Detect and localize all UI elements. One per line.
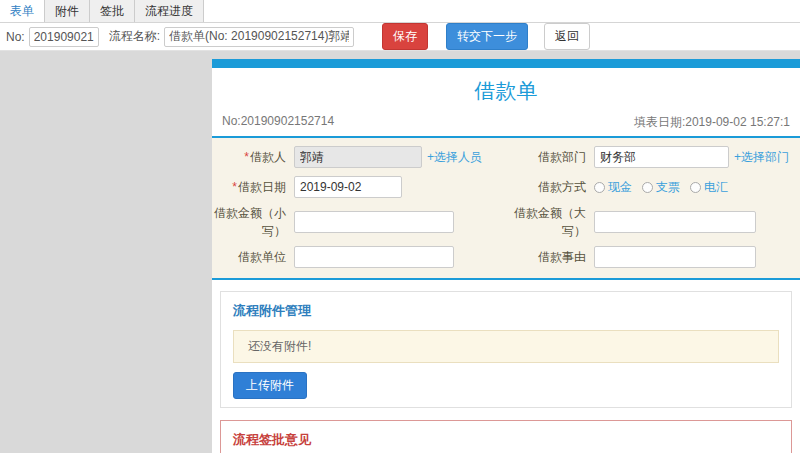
amount-upper-input[interactable] — [594, 211, 756, 233]
borrow-dept-label: 借款部门 — [500, 142, 586, 172]
borrower-field: +选择人员 — [286, 142, 500, 172]
tab-approvals[interactable]: 签批 — [90, 0, 135, 22]
no-input[interactable] — [29, 27, 99, 47]
borrow-date-input[interactable] — [294, 176, 402, 198]
borrow-method-label: 借款方式 — [500, 172, 586, 202]
toolbar: No: 流程名称: 保存 转交下一步 返回 — [0, 23, 800, 51]
borrow-reason-label: 借款事由 — [500, 242, 586, 272]
borrower-label: *借款人 — [212, 142, 286, 172]
radio-circle-icon[interactable] — [642, 182, 653, 193]
form-subheader: No:20190902152714 填表日期:2019-09-02 15:27:… — [212, 112, 800, 138]
amount-upper-field — [586, 202, 800, 242]
tab-bar: 表单 附件 签批 流程进度 — [0, 0, 800, 23]
radio-wire[interactable]: 电汇 — [690, 179, 728, 196]
amount-lower-field — [286, 202, 500, 242]
flow-name-input[interactable] — [164, 27, 354, 47]
select-person-link[interactable]: +选择人员 — [427, 149, 482, 166]
borrow-reason-input[interactable] — [594, 246, 756, 268]
forward-next-step-button[interactable]: 转交下一步 — [446, 23, 528, 50]
borrow-method-field: 现金 支票 电汇 — [586, 172, 800, 202]
borrower-input[interactable] — [294, 146, 422, 168]
form-title: 借款单 — [212, 68, 800, 112]
approval-heading: 流程签批意见 — [233, 431, 779, 449]
tab-form[interactable]: 表单 — [0, 0, 45, 22]
borrow-unit-input[interactable] — [294, 246, 454, 268]
attachments-section: 流程附件管理 还没有附件! 上传附件 — [220, 291, 792, 408]
no-attachments-alert: 还没有附件! — [233, 330, 779, 363]
borrow-unit-field — [286, 242, 500, 272]
back-button[interactable]: 返回 — [544, 23, 590, 50]
no-label: No: — [6, 30, 25, 44]
tab-attachments[interactable]: 附件 — [45, 0, 90, 22]
form-no-text: No:20190902152714 — [222, 114, 334, 131]
borrow-date-label: *借款日期 — [212, 172, 286, 202]
flow-name-label: 流程名称: — [109, 28, 160, 45]
borrow-dept-field: +选择部门 — [586, 142, 800, 172]
required-marker: * — [244, 150, 249, 164]
tab-progress[interactable]: 流程进度 — [135, 0, 204, 22]
borrow-reason-field — [586, 242, 800, 272]
attachments-heading: 流程附件管理 — [233, 302, 779, 320]
borrow-unit-label: 借款单位 — [212, 242, 286, 272]
amount-lower-input[interactable] — [294, 211, 454, 233]
approval-section: 流程签批意见 B I abc A — [220, 420, 792, 453]
borrow-dept-input[interactable] — [594, 146, 729, 168]
amount-upper-label: 借款金额（大写） — [500, 202, 586, 242]
radio-cash[interactable]: 现金 — [594, 179, 632, 196]
radio-circle-icon[interactable] — [690, 182, 701, 193]
loan-form-grid: *借款人 +选择人员 借款部门 +选择部门 *借款日期 借款方式 — [212, 138, 800, 280]
panel-top-accent-bar — [212, 59, 800, 68]
fill-date-text: 填表日期:2019-09-02 15:27:1 — [634, 114, 790, 131]
radio-cheque[interactable]: 支票 — [642, 179, 680, 196]
form-panel: 借款单 No:20190902152714 填表日期:2019-09-02 15… — [212, 59, 800, 453]
save-button[interactable]: 保存 — [382, 23, 428, 50]
upload-attachment-button[interactable]: 上传附件 — [233, 372, 307, 399]
select-dept-link[interactable]: +选择部门 — [734, 149, 789, 166]
borrow-date-field — [286, 172, 500, 202]
page-background: 借款单 No:20190902152714 填表日期:2019-09-02 15… — [0, 51, 800, 453]
amount-lower-label: 借款金额（小写） — [212, 202, 286, 242]
required-marker: * — [232, 180, 237, 194]
radio-circle-icon[interactable] — [594, 182, 605, 193]
